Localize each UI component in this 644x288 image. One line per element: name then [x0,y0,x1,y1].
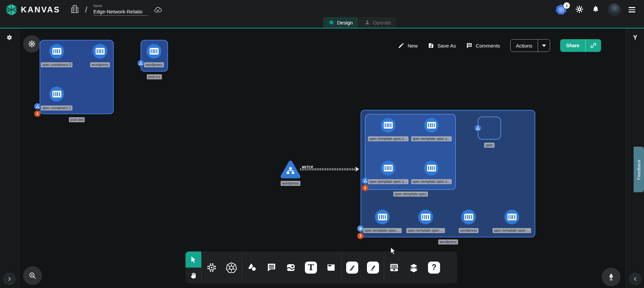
actions-label: Actions [511,40,538,52]
tab-design-label: Design [337,20,353,25]
select-cursor-icon [190,256,197,263]
layers-tool[interactable] [408,262,419,273]
freehand-draw-tool[interactable] [367,262,379,274]
layers-icon [408,262,419,273]
help-tool[interactable]: ? [428,262,440,274]
tab-design[interactable]: Design [323,17,358,28]
node-label: wordpress [90,62,110,67]
operate-icon [364,19,370,25]
organization-icon[interactable] [70,4,80,15]
feedback-tab[interactable]: Feedback [634,147,644,192]
container-node[interactable] [375,210,390,224]
pan-tool-button[interactable] [185,268,201,284]
container-node[interactable] [504,210,519,224]
hand-icon [190,271,198,279]
kubernetes-components-tool[interactable] [226,262,237,273]
container-node-spec-containers-1[interactable] [49,87,64,101]
kanvas-logo[interactable]: KANVAS [5,3,60,16]
copy-link-button[interactable] [586,39,601,52]
header-left: KANVAS / Name [5,0,162,19]
select-tool-button[interactable] [185,251,201,268]
annotation-tools: T [242,251,341,283]
container-node-wordpress[interactable] [93,44,107,59]
pod-skd-sitemap-badge[interactable] [34,103,41,110]
share-button[interactable]: Share [560,39,601,52]
shapes-icon [247,262,258,273]
pod-rcc-sitemap-badge[interactable] [138,60,144,66]
container-node[interactable] [424,118,439,133]
zoom-button[interactable] [23,266,42,285]
deployment-spiral-badge[interactable] [357,225,364,232]
service-node-wordpress[interactable] [280,160,301,180]
template-group-count-badge[interactable]: 3 [362,185,368,191]
deployment-count-badge[interactable]: 3 [357,233,364,239]
shapes-tool[interactable] [247,262,258,273]
pen-tool[interactable] [346,262,358,274]
group-label: spec [484,143,494,148]
library-tools: ? [384,251,445,283]
container-node[interactable] [424,161,439,175]
design-canvas[interactable]: New Save As Comments [19,28,626,288]
logo-text: KANVAS [21,5,60,14]
design-spiral-icon [328,19,334,25]
image-tool[interactable] [285,262,296,273]
bottom-toolbar: T [185,251,457,283]
kanvas-hexagon-icon [5,3,17,16]
comments-button[interactable]: Comments [466,42,500,49]
expand-left-panel-button[interactable] [3,273,16,285]
canvas-settings-button[interactable] [23,35,41,53]
design-name-input[interactable] [93,8,148,16]
template-group-sitemap-badge[interactable] [362,177,368,184]
drawer-tool[interactable] [389,262,399,273]
kanvas-app: KANVAS / Name [0,0,644,288]
container-node[interactable] [381,161,395,175]
container-node[interactable] [418,210,433,224]
y-panel-icon[interactable]: Y [633,34,637,41]
comment-bubble-icon [266,262,277,273]
container-icon [150,48,159,55]
meshery-spiral-icon[interactable] [6,34,13,43]
circuit-components-tool[interactable] [206,262,217,273]
container-node[interactable] [461,210,476,224]
comment-annotation-tool[interactable] [266,262,277,273]
frame-icon [326,262,336,273]
actions-dropdown-button[interactable]: Actions [510,39,550,52]
user-avatar[interactable] [608,3,621,16]
edge-port-label: 80/TCP [302,165,313,169]
header-bar: KANVAS / Name [0,0,644,28]
node-label: spec.template.spec.... [407,228,445,233]
text-tool[interactable]: T [305,262,317,274]
node-label: wordpress [144,62,164,67]
group-spec-template-spec[interactable] [365,114,456,190]
container-icon [52,48,61,55]
spec-group-sitemap-badge[interactable] [475,125,481,131]
container-node[interactable] [381,118,395,133]
node-label: spec.template.spec.... [493,228,531,233]
image-icon [285,262,296,273]
frame-tool[interactable] [326,262,336,273]
header-right: 1 [556,3,635,17]
menu-hamburger-icon[interactable] [629,7,635,12]
notifications-bell-icon[interactable] [592,5,600,14]
k8s-context-switcher[interactable]: 1 [556,4,567,15]
actions-caret[interactable] [538,40,550,52]
save-as-button[interactable]: Save As [428,42,456,49]
pod-skd-count-badge[interactable]: 2 [34,111,41,117]
kubernetes-wheel-icon [226,262,237,273]
group-label: spec.template.spec [393,192,428,197]
group-spec[interactable] [478,117,501,140]
container-icon [464,214,473,220]
container-node-wordpress[interactable] [147,44,161,59]
container-node-spec-containers-0[interactable] [49,44,64,59]
whiteboarding-button[interactable] [602,268,621,286]
settings-gear-icon[interactable] [575,5,584,15]
container-icon [96,48,105,55]
node-label: wordpress [459,228,479,233]
node-label: spec.containers.1 [41,105,72,111]
new-label: New [408,43,418,49]
new-button[interactable]: New [398,42,418,49]
magnifier-plus-icon [28,271,37,280]
drawing-tools [341,251,384,283]
tab-operate[interactable]: Operate [359,17,396,28]
expand-right-panel-button[interactable] [629,273,642,285]
